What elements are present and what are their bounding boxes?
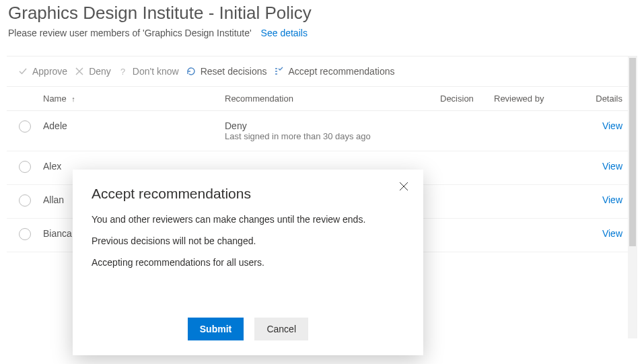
sort-asc-icon: ↑	[71, 95, 75, 103]
column-reviewed-by[interactable]: Reviewed by	[494, 94, 568, 104]
dialog-text-1: You and other reviewers can make changes…	[92, 214, 404, 225]
scrollbar-track[interactable]	[628, 57, 637, 338]
accept-recommendations-button[interactable]: Accept recommendations	[274, 66, 395, 77]
refresh-icon	[186, 66, 196, 77]
check-icon	[17, 66, 28, 77]
row-recommendation: DenyLast signed in more than 30 days ago	[225, 120, 440, 141]
dialog-title: Accept recommendations	[92, 186, 404, 202]
column-decision[interactable]: Decision	[440, 94, 494, 104]
page-subtitle: Please review user members of 'Graphics …	[8, 28, 252, 38]
row-select-radio[interactable]	[19, 194, 31, 207]
approve-label: Approve	[32, 66, 67, 77]
see-details-link[interactable]: See details	[261, 28, 308, 38]
list-check-icon	[274, 66, 285, 77]
view-link[interactable]: View	[602, 194, 622, 205]
dialog-text-3: Accepting recommendations for all users.	[92, 257, 404, 268]
x-icon	[74, 66, 85, 77]
close-icon[interactable]	[399, 182, 408, 194]
row-select-radio[interactable]	[19, 120, 31, 133]
cancel-button[interactable]: Cancel	[254, 318, 308, 340]
dialog-text-2: Previous decisions will not be changed.	[92, 235, 404, 246]
scrollbar-thumb[interactable]	[629, 58, 636, 246]
reset-decisions-button[interactable]: Reset decisions	[186, 66, 267, 77]
column-recommendation[interactable]: Recommendation	[225, 94, 440, 104]
question-icon: ?	[118, 66, 129, 77]
table-row: AdeleDenyLast signed in more than 30 day…	[7, 111, 637, 151]
deny-button[interactable]: Deny	[74, 66, 111, 77]
svg-text:?: ?	[120, 67, 125, 76]
toolbar: Approve Deny ? Don't know Reset decision…	[7, 57, 637, 87]
row-select-radio[interactable]	[19, 161, 31, 173]
reset-label: Reset decisions	[201, 66, 267, 77]
column-name-label: Name	[43, 94, 67, 104]
row-name: Adele	[43, 120, 225, 131]
deny-label: Deny	[89, 66, 111, 77]
column-name[interactable]: Name ↑	[43, 94, 225, 104]
row-select-radio[interactable]	[19, 228, 31, 240]
accept-recommendations-dialog: Accept recommendations You and other rev…	[73, 170, 423, 355]
submit-button[interactable]: Submit	[188, 318, 244, 340]
view-link[interactable]: View	[602, 161, 622, 172]
accept-rec-label: Accept recommendations	[289, 66, 395, 77]
page-title: Graphics Design Institute - Initial Poli…	[8, 3, 636, 24]
dont-know-button[interactable]: ? Don't know	[118, 66, 179, 77]
column-details: Details	[568, 94, 625, 104]
view-link[interactable]: View	[602, 228, 622, 239]
approve-button[interactable]: Approve	[17, 66, 67, 77]
dont-know-label: Don't know	[133, 66, 179, 77]
view-link[interactable]: View	[602, 120, 622, 131]
table-header: Name ↑ Recommendation Decision Reviewed …	[7, 87, 637, 111]
